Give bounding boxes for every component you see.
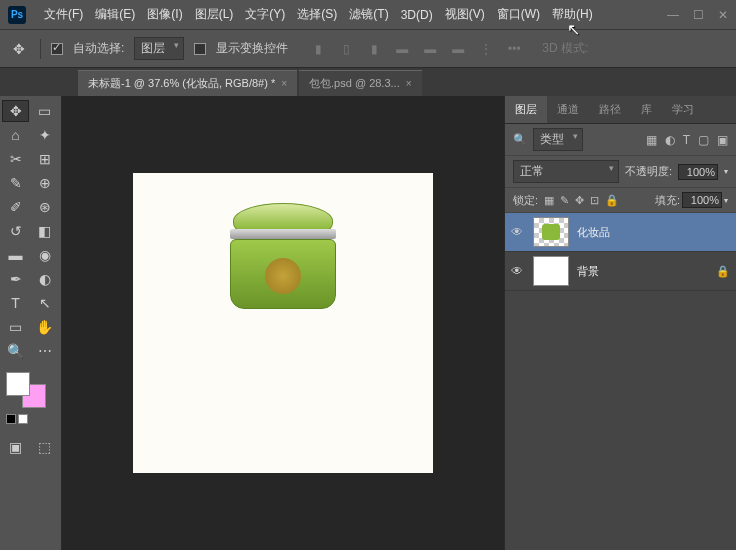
screen-mode-tool[interactable]: ⬚ [31,436,58,458]
eyedropper-tool[interactable]: ✎ [2,172,29,194]
align-left-icon[interactable]: ▮ [306,38,330,60]
align-right-icon[interactable]: ▮ [362,38,386,60]
quick-mask-tool[interactable]: ▣ [2,436,29,458]
distribute-icon[interactable]: ⋮ [474,38,498,60]
auto-select-checkbox[interactable] [51,43,63,55]
brush-tool[interactable]: ✐ [2,196,29,218]
close-tab-icon[interactable]: × [406,78,412,89]
menu-file[interactable]: 文件(F) [38,6,89,23]
opacity-scrubber-icon[interactable]: ▾ [724,167,728,176]
more-options-icon[interactable]: ••• [502,38,526,60]
gradient-tool[interactable]: ▬ [2,244,29,266]
panels-area: 图层 通道 路径 库 学习 🔍 类型 ▦ ◐ T ▢ ▣ 正常 不透明度: 10… [504,96,736,550]
blur-tool[interactable]: ◉ [31,244,58,266]
dodge-tool[interactable]: ◐ [31,268,58,290]
close-button[interactable]: ✕ [718,8,728,22]
layer-item[interactable]: 👁 背景 🔒 [505,252,736,291]
zoom-tool[interactable]: 🔍 [2,340,29,362]
filter-shape-icon[interactable]: ▢ [698,133,709,147]
blend-mode-dropdown[interactable]: 正常 [513,160,619,183]
visibility-toggle-icon[interactable]: 👁 [511,264,525,278]
edit-toolbar[interactable]: ⋯ [31,340,58,362]
menu-type[interactable]: 文字(Y) [239,6,291,23]
eraser-tool[interactable]: ◧ [31,220,58,242]
path-select-tool[interactable]: ↖ [31,292,58,314]
menu-view[interactable]: 视图(V) [439,6,491,23]
lock-artboard-icon[interactable]: ⊡ [590,194,599,207]
mode-3d-label: 3D 模式: [542,40,588,57]
lock-all-icon[interactable]: 🔒 [605,194,619,207]
move-tool[interactable]: ✥ [2,100,29,122]
layer-name[interactable]: 化妆品 [577,225,610,240]
lock-position-icon[interactable]: ✥ [575,194,584,207]
clone-stamp-tool[interactable]: ⊛ [31,196,58,218]
fill-label: 填充: [655,193,680,208]
tab-channels[interactable]: 通道 [547,96,589,123]
align-center-v-icon[interactable]: ▬ [418,38,442,60]
filter-adjustment-icon[interactable]: ◐ [665,133,675,147]
tab-learn[interactable]: 学习 [662,96,704,123]
menu-layer[interactable]: 图层(L) [189,6,240,23]
filter-pixel-icon[interactable]: ▦ [646,133,657,147]
filter-smart-icon[interactable]: ▣ [717,133,728,147]
hand-tool[interactable]: ✋ [31,316,58,338]
layer-thumbnail[interactable] [533,217,569,247]
swap-colors-icon[interactable] [18,414,28,424]
menu-image[interactable]: 图像(I) [141,6,188,23]
panel-tab-bar: 图层 通道 路径 库 学习 [505,96,736,124]
minimize-button[interactable]: — [667,8,679,22]
history-brush-tool[interactable]: ↺ [2,220,29,242]
auto-select-target-dropdown[interactable]: 图层 [134,37,184,60]
canvas-content-jar [223,203,343,313]
fill-input[interactable]: 100% [682,192,722,208]
healing-tool[interactable]: ⊕ [31,172,58,194]
document-tab-active[interactable]: 未标题-1 @ 37.6% (化妆品, RGB/8#) * × [78,70,297,96]
layer-name[interactable]: 背景 [577,264,599,279]
menu-edit[interactable]: 编辑(E) [89,6,141,23]
lock-pixels-icon[interactable]: ✎ [560,194,569,207]
tab-title: 包包.psd @ 28.3... [309,76,400,91]
layer-thumbnail[interactable] [533,256,569,286]
foreground-color-swatch[interactable] [6,372,30,396]
type-tool[interactable]: T [2,292,29,314]
magic-wand-tool[interactable]: ✦ [31,124,58,146]
visibility-toggle-icon[interactable]: 👁 [511,225,525,239]
align-top-icon[interactable]: ▬ [390,38,414,60]
document-tab[interactable]: 包包.psd @ 28.3... × [299,70,422,96]
menu-window[interactable]: 窗口(W) [491,6,546,23]
marquee-tool[interactable]: ▭ [31,100,58,122]
color-swatches[interactable] [6,372,46,408]
opacity-input[interactable]: 100% [678,164,718,180]
layer-filter-dropdown[interactable]: 类型 [533,128,583,151]
lasso-tool[interactable]: ⌂ [2,124,29,146]
tab-layers[interactable]: 图层 [505,96,547,123]
crop-tool[interactable]: ✂ [2,148,29,170]
menu-filter[interactable]: 滤镜(T) [343,6,394,23]
menu-3d[interactable]: 3D(D) [395,8,439,22]
align-center-h-icon[interactable]: ▯ [334,38,358,60]
maximize-button[interactable]: ☐ [693,8,704,22]
tab-paths[interactable]: 路径 [589,96,631,123]
document-canvas[interactable] [133,173,433,473]
slice-tool[interactable]: ⊞ [31,148,58,170]
search-icon[interactable]: 🔍 [513,133,527,146]
default-colors-icon[interactable] [6,414,16,424]
menu-select[interactable]: 选择(S) [291,6,343,23]
rectangle-tool[interactable]: ▭ [2,316,29,338]
show-transform-checkbox[interactable] [194,43,206,55]
tab-libraries[interactable]: 库 [631,96,662,123]
pen-tool[interactable]: ✒ [2,268,29,290]
options-bar: ✥ 自动选择: 图层 显示变换控件 ▮ ▯ ▮ ▬ ▬ ▬ ⋮ ••• 3D 模… [0,30,736,68]
align-bottom-icon[interactable]: ▬ [446,38,470,60]
fill-scrubber-icon[interactable]: ▾ [724,196,728,205]
menu-help[interactable]: 帮助(H) [546,6,599,23]
layer-item[interactable]: 👁 化妆品 [505,213,736,252]
document-tab-bar: 未标题-1 @ 37.6% (化妆品, RGB/8#) * × 包包.psd @… [0,68,736,96]
close-tab-icon[interactable]: × [281,78,287,89]
lock-transparency-icon[interactable]: ▦ [544,194,554,207]
canvas-area[interactable] [62,96,504,550]
move-tool-indicator-icon: ✥ [8,38,30,60]
auto-select-label: 自动选择: [73,40,124,57]
filter-type-icon[interactable]: T [683,133,690,147]
app-logo: Ps [8,6,26,24]
